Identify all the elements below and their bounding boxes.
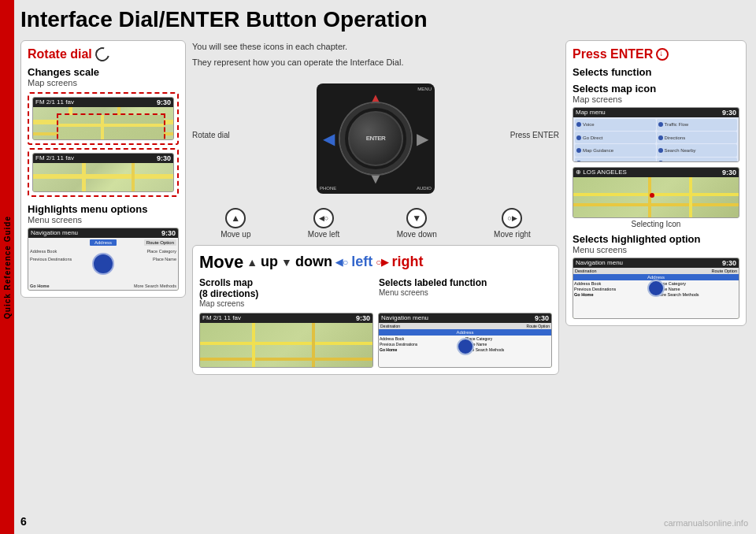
la-screen-bar: ⊕ LOS ANGELES 9:30 [573, 168, 739, 177]
dot-guidance [576, 148, 581, 153]
nav-center-circle [92, 253, 114, 275]
inner-map-frame [57, 113, 165, 140]
move-up-circle: ▲ [225, 208, 246, 228]
dial-arrow-left: ◀ [323, 129, 335, 148]
la-map-content [573, 177, 739, 217]
map-road2-v1 [82, 163, 86, 191]
rotate-dial-title: Rotate dial [28, 47, 109, 61]
dial-audio-label: AUDIO [417, 186, 432, 191]
highlights-label: Highlights menu options [28, 203, 179, 215]
direction-icons-row: ▲ Move up ◀○ Move left ▼ Move down ○▶ [192, 208, 559, 239]
left-column: Rotate dial Changes scale Map screens FM… [20, 40, 186, 519]
dial-enter-text: ENTER [366, 135, 386, 142]
dot-directions [658, 135, 663, 140]
press-enter-title: Press ENTER ↓ [573, 47, 669, 61]
map-screens-label: Map screens [28, 78, 179, 87]
map-screen-second: FM 2/1 11 fav 9:30 [32, 153, 174, 192]
move-nav-address: Address [379, 329, 551, 336]
selects-label: Selects labeled function [379, 277, 552, 288]
move-right-circle: ○▶ [502, 208, 522, 228]
move-road-h2 [200, 358, 372, 361]
dot-nearby [658, 148, 663, 153]
rotate-dial-label: Rotate dial [28, 47, 92, 61]
scrolls-sub2: Map screens [199, 299, 372, 308]
scrolls-label: Scrolls map [199, 277, 372, 288]
dial-phone-label: PHONE [320, 186, 336, 191]
outer-map-frame: FM 2/1 11 fav 9:30 [28, 92, 179, 145]
selects-map-label: Selects map icon [573, 83, 739, 95]
selects-func-label: Selects function [573, 66, 739, 78]
page-title: Interface Dial/ENTER Button Operation [20, 8, 747, 32]
dial-image: ▲ ▼ ◀ ▶ ENTER PHONE [317, 83, 435, 194]
move-map-content [200, 323, 372, 368]
map-menu-voice: Voice [575, 119, 656, 131]
move-nav-circle [457, 338, 474, 355]
move-box: Move ▲ up ▼ down ◀○ left ○▶ right Scroll… [192, 245, 559, 375]
map-menu-guidance: Map Guidance [575, 144, 656, 156]
screen-bar-outer: FM 2/1 11 fav 9:30 [33, 98, 173, 107]
nav-grid-left: Address Book Previous Destinations Go Ho… [28, 238, 178, 290]
sidebar-label: Quick Reference Guide [0, 0, 14, 534]
move-down-item: ▼ Move down [397, 208, 437, 239]
screen-bar-second: FM 2/1 11 fav 9:30 [33, 154, 173, 163]
left-icon-small: ◀○ [335, 257, 348, 268]
inner-road-h [58, 124, 164, 127]
move-detail-row: Scrolls map (8 directions) Map screens S… [199, 277, 552, 308]
move-screens-row: FM 2/1 11 fav 9:30 Navigati [199, 313, 552, 368]
map-menu-incidents: Incidents [657, 158, 738, 162]
rotate-dial-icon [93, 45, 113, 65]
press-enter-box: Press ENTER ↓ Selects function Selects m… [565, 40, 747, 326]
right-nav-dest-bar: Destination Route Option [573, 268, 739, 274]
la-road-h2 [573, 203, 739, 206]
nav-item-home: Go Home [30, 284, 49, 288]
nav-item-prev: Previous Destinations [30, 257, 72, 261]
move-nav-content: Destination Route Option Address Address… [379, 323, 551, 368]
map-menu-nearby: Search Nearby [657, 144, 738, 156]
inner-map-content [58, 115, 164, 140]
nav-item-name: Place Name [153, 257, 176, 261]
map-menu-screen: Map menu 9:30 Voice Traffic Flow [573, 107, 739, 162]
map-content-second [33, 163, 173, 191]
move-down-label: Move down [397, 230, 437, 239]
move-nav-screen: Navigation menu 9:30 Destination Route O… [378, 313, 552, 368]
inner-road-v [101, 115, 104, 140]
down-text: down [295, 254, 332, 270]
la-selection-dot [650, 193, 654, 198]
nav-content-left: Route Option Address Address Book Previo… [28, 238, 178, 290]
dial-container: Rotate dial Press ENTER ▲ ▼ ◀ ▶ [192, 76, 559, 202]
info-text-2: They represent how you can operate the I… [192, 56, 559, 69]
right-nav-bar: Navigation menu 9:30 [573, 258, 739, 268]
selects-sub: Menu screens [379, 288, 552, 297]
la-road-h1 [573, 193, 739, 196]
dial-arrow-right: ▶ [417, 129, 428, 148]
move-right-item: ○▶ Move right [494, 208, 531, 239]
move-right-arrows: ○▶ [507, 214, 517, 222]
move-word: Move [199, 252, 243, 273]
menu-screens-label: Menu screens [28, 215, 179, 224]
dot-guid2 [576, 161, 581, 162]
rotate-dial-box: Rotate dial Changes scale Map screens FM… [20, 40, 186, 298]
left-text: left [351, 254, 372, 270]
right-menu-screens: Menu screens [573, 245, 739, 254]
down-icon-small: ▼ [281, 256, 292, 269]
press-enter-title-text: Press ENTER [573, 47, 653, 61]
right-icon-small: ○▶ [376, 257, 388, 268]
move-scrolls-col: Scrolls map (8 directions) Map screens [199, 277, 372, 308]
move-nav-dest-bar: Destination Route Option [379, 323, 551, 329]
right-map-screens: Map screens [573, 95, 739, 104]
press-enter-arrow: ↓ [659, 49, 663, 57]
selects-highlighted-label: Selects highlighted option [573, 233, 739, 245]
right-text: right [391, 254, 423, 270]
right-nav-content: Destination Route Option Address Address… [573, 268, 739, 319]
move-left-circle: ◀○ [313, 208, 334, 228]
move-map-screen: FM 2/1 11 fav 9:30 [199, 313, 373, 368]
scrolls-sub1: (8 directions) [199, 288, 372, 299]
move-map-bar: FM 2/1 11 fav 9:30 [200, 313, 372, 323]
main-content: Interface Dial/ENTER Button Operation Ro… [14, 0, 756, 534]
move-up-label: Move up [220, 230, 250, 239]
nav-item-category: Place Category [146, 249, 176, 254]
la-road-v2 [689, 177, 692, 217]
map-menu-guid2: Guidance [575, 158, 656, 162]
move-left-label: Move left [308, 230, 340, 239]
up-icon-small: ▲ [246, 256, 258, 269]
